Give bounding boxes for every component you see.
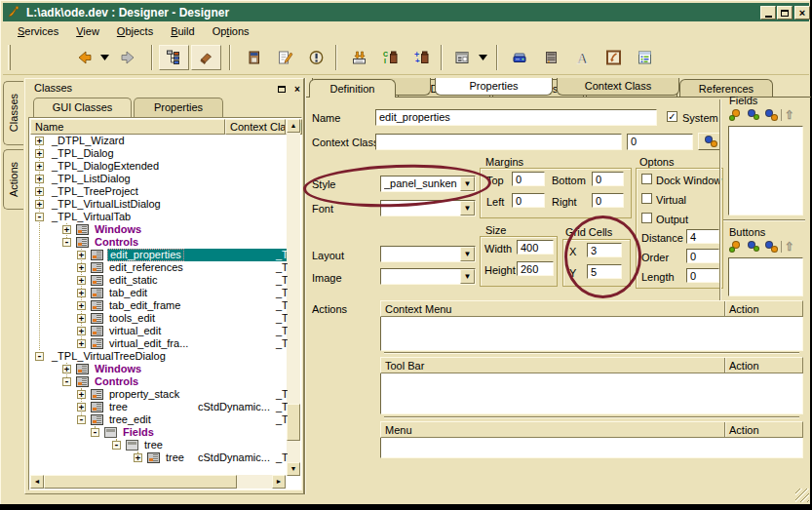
rail-tab-classes[interactable]: Classes: [3, 81, 23, 145]
table-splitter[interactable]: [384, 416, 799, 418]
font-button[interactable]: A: [568, 45, 596, 70]
tree-item-label[interactable]: virtual_edit: [107, 325, 163, 337]
expand-icon[interactable]: +: [35, 200, 44, 209]
collapse-icon[interactable]: -: [112, 441, 121, 450]
chevron-down-icon[interactable]: ▼: [460, 247, 475, 261]
import-button[interactable]: [345, 45, 372, 70]
eraser-button[interactable]: [191, 45, 221, 70]
name-input[interactable]: edit_properties: [375, 109, 657, 126]
tree-item-label[interactable]: tree: [107, 401, 130, 413]
context-class-input[interactable]: [375, 134, 622, 150]
delete-button-icon[interactable]: [763, 240, 778, 254]
tree-item-label[interactable]: property_stack: [107, 388, 181, 401]
tree-row-tree[interactable]: +treecStdDynamic..._T: [30, 401, 288, 413]
link-button[interactable]: [599, 45, 627, 70]
fields-buttons-splitter[interactable]: [723, 219, 805, 221]
tree-row-tools-edit[interactable]: +tools_edit_T: [30, 312, 288, 325]
virtual-checkbox[interactable]: [641, 193, 652, 204]
expand-icon[interactable]: +: [77, 314, 86, 323]
edit-button[interactable]: [271, 45, 298, 70]
collapse-icon[interactable]: -: [35, 352, 44, 361]
margin-bottom-input[interactable]: 0: [592, 172, 624, 186]
tree-row-windows[interactable]: +Windows: [30, 223, 288, 236]
tree-item-label[interactable]: edit_static: [107, 274, 160, 287]
tree-row-windows[interactable]: +Windows: [30, 363, 288, 375]
collapse-icon[interactable]: -: [62, 377, 71, 386]
tree-row--tpl-virtuallistdialog[interactable]: +_TPL_VirtualListDialog: [30, 198, 288, 211]
tab-definition[interactable]: Definition: [309, 79, 396, 98]
margin-left-input[interactable]: 0: [512, 193, 545, 208]
expand-icon[interactable]: +: [35, 187, 44, 196]
close-panel-button[interactable]: ×: [290, 83, 304, 95]
tree-row-tree[interactable]: -tree: [30, 439, 288, 451]
context-class-count-input[interactable]: 0: [627, 134, 693, 150]
grid-y-input[interactable]: 5: [587, 264, 622, 279]
tree-row-controls[interactable]: -Controls: [30, 375, 288, 388]
insert-field-icon[interactable]: [746, 108, 760, 122]
scroll-right-button[interactable]: ►: [272, 475, 286, 489]
collapse-icon[interactable]: -: [91, 428, 99, 437]
expand-icon[interactable]: +: [35, 137, 44, 145]
tree-row--tpl-listdialog[interactable]: +_TPL_ListDialog: [30, 173, 288, 185]
expand-icon[interactable]: +: [77, 403, 86, 412]
expand-icon[interactable]: +: [134, 453, 142, 462]
context-menu-header[interactable]: Context Menu Action: [380, 300, 803, 317]
tab-properties-bottom[interactable]: Properties: [435, 78, 553, 96]
menu-options[interactable]: Options: [204, 23, 258, 39]
tab-context-class[interactable]: Context Class: [557, 78, 679, 96]
expand-icon[interactable]: +: [77, 289, 86, 297]
class-info-button[interactable]: CI: [376, 45, 404, 70]
tree-item-label[interactable]: tools_edit: [107, 312, 157, 325]
menu-list[interactable]: [380, 438, 803, 458]
table-splitter[interactable]: [384, 352, 799, 354]
about-button[interactable]: [302, 45, 329, 70]
chevron-down-icon[interactable]: ▼: [460, 269, 475, 284]
list-button[interactable]: [631, 45, 658, 70]
margin-top-input[interactable]: 0: [512, 172, 545, 186]
dock-window-checkbox[interactable]: [641, 174, 652, 184]
tree-item-label[interactable]: Controls: [93, 375, 140, 388]
tree-item-label[interactable]: _TPL_DialogExtended: [50, 160, 161, 173]
tree-item-label[interactable]: _TPL_VirtualListDialog: [50, 198, 163, 211]
tree-item-label[interactable]: _TPL_TreeProject: [50, 185, 140, 198]
order-input[interactable]: 0: [686, 249, 719, 263]
expand-icon[interactable]: +: [62, 365, 71, 373]
chevron-down-icon[interactable]: ▼: [460, 201, 475, 216]
class-tree-button[interactable]: [159, 45, 189, 70]
grid-x-input[interactable]: 3: [587, 243, 622, 257]
collapse-icon[interactable]: -: [77, 415, 86, 424]
expand-icon[interactable]: +: [77, 263, 86, 272]
tree-item-label[interactable]: edit_properties: [107, 249, 184, 261]
column-header-name[interactable]: Name: [30, 119, 225, 135]
font-dropdown[interactable]: ▼: [380, 200, 476, 216]
tree-item-label[interactable]: Fields: [121, 426, 156, 439]
tree-item-label[interactable]: Controls: [93, 236, 140, 249]
add-class-button[interactable]: ++: [407, 45, 435, 70]
tree-row--tpl-virtualtreedialog[interactable]: -_TPL_VirtualTreeDialog: [30, 350, 288, 363]
tab-gui-classes[interactable]: GUI Classes: [33, 98, 132, 117]
book-button[interactable]: [240, 45, 267, 70]
tree-item-label[interactable]: tree: [142, 439, 165, 451]
collapse-icon[interactable]: -: [35, 213, 44, 221]
title-bar[interactable]: L:\adk\ode.dev : Designer - Designer ×: [3, 3, 809, 21]
tree-row--dtpl-wizard[interactable]: +_DTPL_Wizard: [30, 135, 288, 147]
margin-right-input[interactable]: 0: [592, 193, 624, 208]
scroll-up-button[interactable]: ▲: [287, 119, 300, 133]
tree-row-property-stack[interactable]: +property_stack_T: [30, 388, 288, 401]
expand-icon[interactable]: +: [35, 175, 44, 183]
form-dropdown-button[interactable]: [477, 45, 489, 70]
tab-properties[interactable]: Properties: [134, 98, 223, 117]
tree-item-label[interactable]: tree: [164, 451, 186, 464]
expand-icon[interactable]: +: [77, 251, 86, 259]
rail-tab-actions[interactable]: Actions: [3, 149, 23, 210]
resize-grip[interactable]: [795, 489, 809, 502]
tree-item-label[interactable]: _DTPL_Wizard: [50, 135, 127, 147]
horizontal-scrollbar[interactable]: ◄ ►: [30, 475, 286, 489]
add-field-icon[interactable]: [728, 108, 743, 122]
menu-view[interactable]: View: [67, 23, 108, 39]
move-up-icon[interactable]: ⇧: [785, 241, 794, 253]
height-input[interactable]: 260: [517, 261, 554, 276]
tree-row-edit-properties[interactable]: +edit_properties_T: [30, 249, 288, 261]
move-up-icon[interactable]: ⇧: [785, 109, 794, 121]
tree-row-tab-edit-frame[interactable]: +tab_edit_frame_T: [30, 299, 288, 312]
